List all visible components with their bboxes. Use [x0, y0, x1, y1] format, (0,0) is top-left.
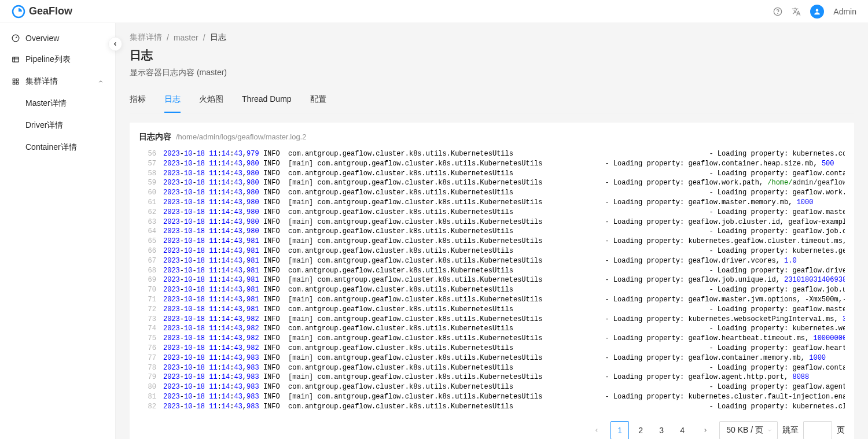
- breadcrumb-item[interactable]: 集群详情: [130, 32, 162, 43]
- log-path: /home/admin/logs/geaflow/master.log.2: [176, 132, 306, 141]
- jump-suffix: 页: [837, 425, 845, 436]
- svg-point-2: [778, 13, 778, 14]
- sidebar-item-label: Driver详情: [25, 120, 63, 130]
- log-line: 792023-10-18 11:14:43,983 INFO [main] co…: [139, 372, 845, 382]
- page-button[interactable]: 4: [673, 421, 692, 439]
- svg-rect-9: [16, 79, 19, 81]
- log-line: 812023-10-18 11:14:43,983 INFO [main] co…: [139, 392, 845, 402]
- log-line: 562023-10-18 11:14:43,979 INFO com.antgr…: [139, 149, 845, 159]
- logo-icon: [12, 5, 25, 19]
- log-line: 762023-10-18 11:14:43,982 INFO com.antgr…: [139, 344, 845, 353]
- chevron-up-icon: [98, 77, 104, 86]
- logo[interactable]: GeaFlow: [12, 5, 72, 19]
- svg-rect-11: [16, 82, 19, 84]
- log-line: 702023-10-18 11:14:43,981 INFO com.antgr…: [139, 285, 845, 295]
- sidebar-item-pipeline[interactable]: Pipeline列表: [0, 49, 115, 71]
- log-line: 612023-10-18 11:14:43,980 INFO [main] co…: [139, 198, 845, 208]
- breadcrumb: 集群详情 / master / 日志: [130, 32, 854, 43]
- page-title: 日志: [130, 47, 854, 63]
- breadcrumb-item[interactable]: master: [174, 33, 198, 42]
- cluster-icon: [12, 78, 20, 86]
- sidebar-item-master[interactable]: Master详情: [0, 93, 115, 115]
- sidebar-collapse-button[interactable]: [108, 37, 122, 51]
- pagination: 1234 50 KB / 页 跳至 页: [139, 421, 845, 439]
- tabs: 指标日志火焰图Thread Dump配置: [130, 87, 854, 113]
- log-line: 712023-10-18 11:14:43,981 INFO [main] co…: [139, 295, 845, 305]
- log-line: 582023-10-18 11:14:43,980 INFO com.antgr…: [139, 169, 845, 179]
- log-line: 782023-10-18 11:14:43,983 INFO com.antgr…: [139, 363, 845, 373]
- jump-label: 跳至: [782, 425, 799, 436]
- log-line: 802023-10-18 11:14:43,983 INFO com.antgr…: [139, 382, 845, 392]
- log-line: 732023-10-18 11:14:43,982 INFO [main] co…: [139, 315, 845, 324]
- log-line: 742023-10-18 11:14:43,982 INFO com.antgr…: [139, 324, 845, 334]
- tab-Thread Dump[interactable]: Thread Dump: [242, 87, 292, 113]
- tab-日志[interactable]: 日志: [164, 87, 181, 113]
- log-panel: 日志内容 /home/admin/logs/geaflow/master.log…: [130, 123, 854, 439]
- sidebar-item-cluster[interactable]: 集群详情: [0, 71, 115, 93]
- log-line: 572023-10-18 11:14:43,980 INFO [main] co…: [139, 159, 845, 169]
- log-line: 752023-10-18 11:14:43,982 INFO [main] co…: [139, 334, 845, 344]
- log-line: 722023-10-18 11:14:43,981 INFO com.antgr…: [139, 305, 845, 315]
- breadcrumb-separator: /: [167, 33, 169, 42]
- jump-page-input[interactable]: [803, 421, 832, 439]
- breadcrumb-separator: /: [203, 33, 205, 42]
- log-line: 772023-10-18 11:14:43,983 INFO [main] co…: [139, 353, 845, 363]
- sidebar-item-label: Pipeline列表: [25, 54, 71, 65]
- breadcrumb-item-current: 日志: [210, 32, 226, 43]
- sidebar-item-container[interactable]: Container详情: [0, 137, 115, 158]
- log-line: 672023-10-18 11:14:43,981 INFO [main] co…: [139, 256, 845, 266]
- sidebar-item-label: 集群详情: [25, 76, 58, 87]
- next-page-button[interactable]: [696, 421, 715, 439]
- tab-指标[interactable]: 指标: [130, 87, 146, 113]
- log-line: 622023-10-18 11:14:43,980 INFO com.antgr…: [139, 208, 845, 217]
- log-line: 652023-10-18 11:14:43,981 INFO [main] co…: [139, 237, 845, 246]
- sidebar-item-driver[interactable]: Driver详情: [0, 115, 115, 137]
- avatar[interactable]: [810, 5, 824, 19]
- page-size-select[interactable]: 50 KB / 页: [719, 421, 778, 439]
- log-line: 682023-10-18 11:14:43,981 INFO com.antgr…: [139, 266, 845, 276]
- sidebar-item-label: Overview: [25, 34, 59, 43]
- tab-配置[interactable]: 配置: [310, 87, 326, 113]
- translate-icon[interactable]: [792, 7, 801, 16]
- log-line: 592023-10-18 11:14:43,980 INFO [main] co…: [139, 178, 845, 188]
- log-line: 602023-10-18 11:14:43,980 INFO com.antgr…: [139, 188, 845, 198]
- page-button[interactable]: 3: [652, 421, 671, 439]
- header: GeaFlow Admin: [0, 0, 868, 23]
- log-line: 632023-10-18 11:14:43,980 INFO [main] co…: [139, 217, 845, 227]
- log-line: 642023-10-18 11:14:43,980 INFO com.antgr…: [139, 227, 845, 237]
- log-line: 822023-10-18 11:14:43,983 INFO com.antgr…: [139, 402, 845, 412]
- sidebar-item-label: Container详情: [25, 142, 77, 152]
- log-line: 692023-10-18 11:14:43,981 INFO [main] co…: [139, 275, 845, 285]
- user-name[interactable]: Admin: [833, 7, 856, 16]
- sidebar-item-overview[interactable]: Overview: [0, 28, 115, 49]
- log-line: 662023-10-18 11:14:43,981 INFO com.antgr…: [139, 246, 845, 256]
- svg-rect-8: [13, 79, 15, 81]
- page-size-label: 50 KB / 页: [726, 425, 763, 436]
- page-button[interactable]: 2: [631, 421, 650, 439]
- chevron-down-icon: [767, 426, 773, 435]
- svg-point-3: [816, 9, 819, 12]
- help-icon[interactable]: [773, 7, 782, 16]
- log-section-title: 日志内容: [139, 132, 171, 142]
- log-content[interactable]: 562023-10-18 11:14:43,979 INFO com.antgr…: [139, 149, 845, 412]
- page-subtitle: 显示容器日志内容 (master): [130, 68, 854, 78]
- product-name: GeaFlow: [29, 5, 72, 17]
- prev-page-button[interactable]: [587, 421, 606, 439]
- svg-rect-10: [13, 82, 15, 84]
- content: 集群详情 / master / 日志 日志 显示容器日志内容 (master) …: [116, 23, 868, 439]
- sidebar-item-label: Master详情: [25, 98, 67, 108]
- dashboard-icon: [12, 34, 20, 42]
- table-icon: [12, 56, 20, 64]
- tab-火焰图[interactable]: 火焰图: [199, 87, 223, 113]
- svg-rect-5: [13, 57, 19, 62]
- sidebar: Overview Pipeline列表 集群详情 Master详情: [0, 23, 116, 439]
- page-button[interactable]: 1: [610, 421, 629, 439]
